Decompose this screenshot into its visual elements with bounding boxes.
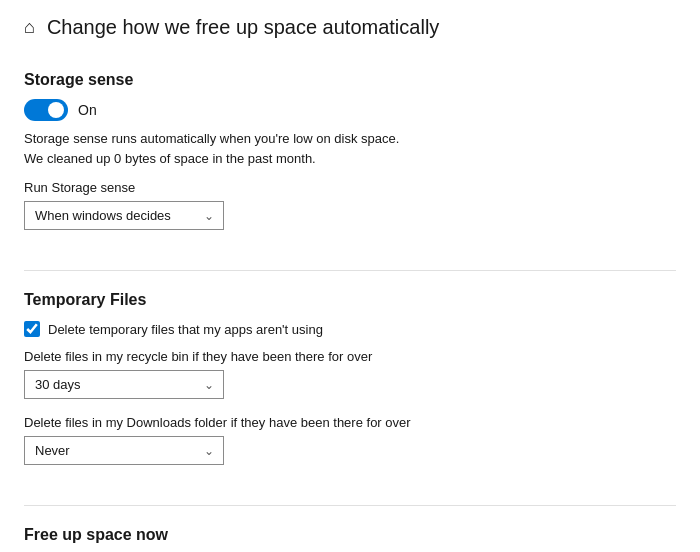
- free-up-space-section: Free up space now If you're low on space…: [24, 526, 676, 552]
- delete-temp-label: Delete temporary files that my apps aren…: [48, 322, 323, 337]
- run-storage-sense-label: Run Storage sense: [24, 180, 676, 195]
- page-header: ⌂ Change how we free up space automatica…: [24, 16, 676, 47]
- recycle-bin-label: Delete files in my recycle bin if they h…: [24, 349, 676, 364]
- delete-temp-checkbox[interactable]: [24, 321, 40, 337]
- run-storage-sense-dropdown[interactable]: When windows decides Every day Every wee…: [24, 201, 224, 230]
- home-icon: ⌂: [24, 17, 35, 38]
- temporary-files-title: Temporary Files: [24, 291, 676, 309]
- run-storage-sense-dropdown-wrapper: When windows decides Every day Every wee…: [24, 201, 224, 230]
- divider-2: [24, 505, 676, 506]
- storage-sense-toggle[interactable]: [24, 99, 68, 121]
- delete-temp-checkbox-row: Delete temporary files that my apps aren…: [24, 321, 676, 337]
- storage-sense-description: Storage sense runs automatically when yo…: [24, 129, 504, 168]
- toggle-thumb: [48, 102, 64, 118]
- toggle-on-label: On: [78, 102, 97, 118]
- toggle-track: [24, 99, 68, 121]
- storage-sense-title: Storage sense: [24, 71, 676, 89]
- free-up-title: Free up space now: [24, 526, 676, 544]
- downloads-label: Delete files in my Downloads folder if t…: [24, 415, 676, 430]
- page-title: Change how we free up space automaticall…: [47, 16, 439, 39]
- divider-1: [24, 270, 676, 271]
- storage-sense-toggle-row: On: [24, 99, 676, 121]
- recycle-bin-dropdown-wrapper: Never 1 day 14 days 30 days 60 days ⌄: [24, 370, 224, 399]
- storage-sense-section: Storage sense On Storage sense runs auto…: [24, 71, 676, 246]
- downloads-dropdown-wrapper: Never 1 day 14 days 30 days 60 days ⌄: [24, 436, 224, 465]
- recycle-bin-dropdown[interactable]: Never 1 day 14 days 30 days 60 days: [24, 370, 224, 399]
- downloads-dropdown[interactable]: Never 1 day 14 days 30 days 60 days: [24, 436, 224, 465]
- temporary-files-section: Temporary Files Delete temporary files t…: [24, 291, 676, 481]
